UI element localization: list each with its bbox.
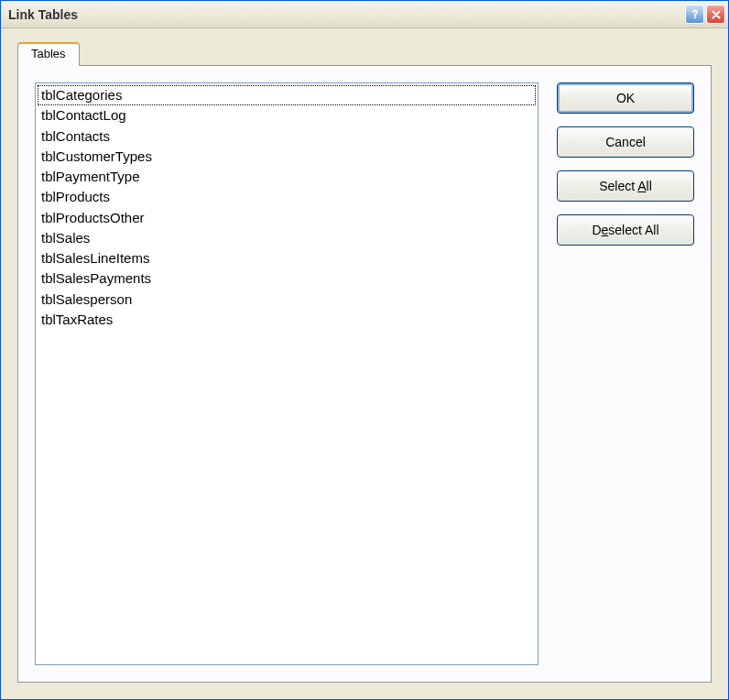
list-item[interactable]: tblSales — [38, 228, 536, 248]
question-icon — [690, 9, 701, 20]
list-item[interactable]: tblTaxRates — [38, 310, 536, 330]
button-column: OK Cancel Select All Deselect All — [557, 82, 694, 665]
list-item[interactable]: tblSalesperson — [38, 290, 536, 310]
titlebar-buttons — [685, 5, 725, 24]
list-item[interactable]: tblProducts — [38, 187, 536, 207]
link-tables-dialog: Link Tables Tables tblCategoriestblConta… — [0, 0, 729, 700]
list-item[interactable]: tblPaymentType — [38, 167, 536, 187]
list-item[interactable]: tblContacts — [38, 126, 536, 147]
close-icon — [711, 9, 722, 20]
window-title: Link Tables — [8, 7, 685, 22]
deselect-all-button[interactable]: Deselect All — [557, 214, 694, 246]
tabs-header: Tables — [17, 41, 712, 65]
tab-tables[interactable]: Tables — [17, 42, 80, 66]
list-item[interactable]: tblContactLog — [38, 105, 536, 126]
close-button[interactable] — [706, 5, 725, 24]
dialog-content: Tables tblCategoriestblContactLogtblCont… — [1, 28, 728, 699]
tab-panel-tables: tblCategoriestblContactLogtblContactstbl… — [17, 65, 712, 683]
list-item[interactable]: tblSalesPayments — [38, 268, 536, 289]
list-item[interactable]: tblCategories — [38, 85, 536, 105]
tables-listbox[interactable]: tblCategoriestblContactLogtblContactstbl… — [35, 82, 539, 665]
cancel-button[interactable]: Cancel — [557, 126, 694, 158]
select-all-button[interactable]: Select All — [557, 170, 694, 202]
ok-button[interactable]: OK — [557, 82, 694, 114]
list-item[interactable]: tblCustomerTypes — [38, 147, 536, 167]
help-button[interactable] — [685, 5, 704, 24]
list-item[interactable]: tblProductsOther — [38, 208, 536, 228]
tab-container: Tables tblCategoriestblContactLogtblCont… — [17, 41, 712, 683]
titlebar: Link Tables — [1, 1, 728, 28]
list-item[interactable]: tblSalesLineItems — [38, 248, 536, 268]
